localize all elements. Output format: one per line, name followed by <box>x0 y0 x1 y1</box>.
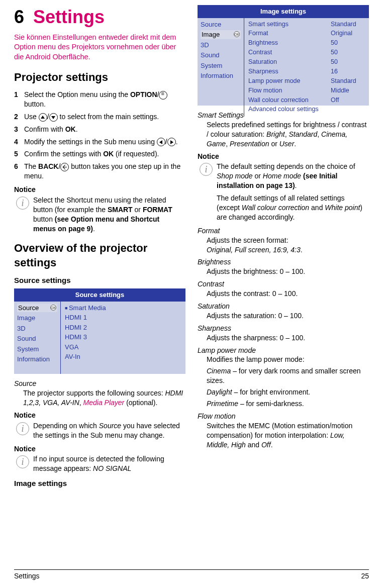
sub-lamp: Lamp power mode <box>248 77 327 85</box>
chapter-title: Settings <box>33 7 105 27</box>
ok-icon: OK <box>50 305 56 311</box>
notice-shortcut: Notice i Select the Shortcut menu using … <box>14 185 185 233</box>
def-saturation: Saturation Adjusts the saturation: 0 – 1… <box>198 302 369 321</box>
sub-sharpness: Sharpness <box>248 67 327 76</box>
footer-page-number: 25 <box>361 571 369 581</box>
sub-vga: VGA <box>65 343 181 352</box>
chapter-header: 6 Settings <box>14 5 185 30</box>
menu-item-image: Image <box>17 314 57 323</box>
sub-avin: AV-In <box>65 352 181 361</box>
sub-hdmi1: HDMI 1 <box>65 313 181 322</box>
menu-item-sound: Sound <box>17 334 57 343</box>
source-settings-heading: Source settings <box>14 275 185 285</box>
sub-wall: Wall colour correction <box>248 96 327 105</box>
def-brightness: Brightness Adjusts the brightness: 0 – 1… <box>198 257 369 276</box>
menu-item-source: SourceOK <box>17 304 57 313</box>
step-5: Confirm the settings with OK (if request… <box>14 149 185 159</box>
sub-advanced: Advanced colour settings <box>248 105 327 114</box>
heading-projector-settings: Projector settings <box>14 70 185 85</box>
step-3: Confirm with OK. <box>14 125 185 134</box>
media-player-link: Media Player <box>83 399 125 407</box>
menu-item-image: ImageOK <box>201 30 241 39</box>
def-format: Format Adjusts the screen format: Origin… <box>198 226 369 255</box>
menu-item-system: System <box>201 61 241 70</box>
up-icon <box>39 113 47 122</box>
notice-no-signal: Notice i If no input source is detected … <box>14 444 185 474</box>
def-flow-motion: Flow motion Switches the MEMC (Motion es… <box>198 412 369 450</box>
menu-item-sound: Sound <box>201 51 241 60</box>
image-settings-panel: Image settings Source ImageOK 3D Sound S… <box>198 5 369 106</box>
info-icon: i <box>16 197 29 210</box>
panel-title: Image settings <box>198 5 369 18</box>
menu-item-source: Source <box>201 20 241 29</box>
val-saturation: 50 <box>331 58 366 66</box>
panel-title: Source settings <box>14 288 185 302</box>
steps-list: Select the Option menu using the OPTION/… <box>14 90 185 181</box>
step-1: Select the Option menu using the OPTION/… <box>14 90 185 109</box>
sub-hdmi2: HDMI 2 <box>65 323 181 332</box>
menu-left-column: SourceOK Image 3D Sound System Informati… <box>14 302 60 374</box>
info-icon: i <box>16 455 29 468</box>
val-wall: Off <box>331 96 366 105</box>
sub-brightness: Brightness <box>248 39 327 47</box>
source-settings-panel: Source settings SourceOK Image 3D Sound … <box>14 288 185 374</box>
heading-overview: Overview of the projector settings <box>14 241 185 270</box>
step-2: Use / to select from the main settings. <box>14 112 185 122</box>
intro-text: Sie können Einstellungen entweder direkt… <box>14 33 185 62</box>
sub-smart: Smart settings <box>248 20 327 29</box>
val-brightness: 50 <box>331 39 366 47</box>
info-icon: i <box>16 422 29 435</box>
def-source: Source The projector supports the follow… <box>14 379 185 408</box>
menu-sub-column: Smart settings Format Brightness Contras… <box>244 18 331 117</box>
sub-flow: Flow motion <box>248 86 327 95</box>
page-footer: Settings 25 <box>14 571 369 581</box>
menu-values-column: Standard Original 50 50 50 16 Standard M… <box>331 18 369 117</box>
menu-item-information: Information <box>17 355 57 364</box>
sub-hdmi3: HDMI 3 <box>65 333 181 342</box>
notice-default-setting: Notice i The default setting depends on … <box>198 152 369 222</box>
notice-source-change: Notice i Depending on which Source you h… <box>14 411 185 440</box>
back-icon <box>60 163 69 171</box>
def-sharpness: Sharpness Adjusts the sharpness: 0 – 100… <box>198 324 369 343</box>
def-lamp-power-mode: Lamp power mode Modifies the lamp power … <box>198 346 369 409</box>
image-settings-heading: Image settings <box>14 478 185 488</box>
right-icon <box>167 138 176 146</box>
chapter-number: 6 <box>14 5 24 30</box>
val-format: Original <box>331 29 366 38</box>
footer-section: Settings <box>14 571 40 581</box>
menu-item-system: System <box>17 345 57 354</box>
sub-format: Format <box>248 29 327 38</box>
down-icon <box>49 113 58 122</box>
menu-item-information: Information <box>201 71 241 80</box>
def-contrast: Contrast Adjusts the contrast: 0 – 100. <box>198 279 369 299</box>
sub-contrast: Contrast <box>248 48 327 57</box>
option-icon <box>159 91 167 100</box>
info-icon: i <box>200 163 213 176</box>
val-lamp: Standard <box>331 77 366 85</box>
sub-smart-media: Smart Media <box>65 304 181 313</box>
val-smart: Standard <box>331 20 366 29</box>
menu-item-3d: 3D <box>201 41 241 50</box>
sub-saturation: Saturation <box>248 58 327 66</box>
menu-item-3d: 3D <box>17 324 57 333</box>
menu-sub-column: Smart Media HDMI 1 HDMI 2 HDMI 3 VGA AV-… <box>60 302 185 374</box>
step-4: Modify the settings in the Sub menu usin… <box>14 137 185 147</box>
menu-left-column: Source ImageOK 3D Sound System Informati… <box>198 18 244 117</box>
footer-divider <box>14 569 369 570</box>
val-contrast: 50 <box>331 48 366 57</box>
val-sharpness: 16 <box>331 67 366 76</box>
left-icon <box>157 138 165 146</box>
val-flow: Middle <box>331 86 366 95</box>
step-6: The BACK/ button takes you one step up i… <box>14 162 185 181</box>
ok-icon: OK <box>234 31 240 37</box>
